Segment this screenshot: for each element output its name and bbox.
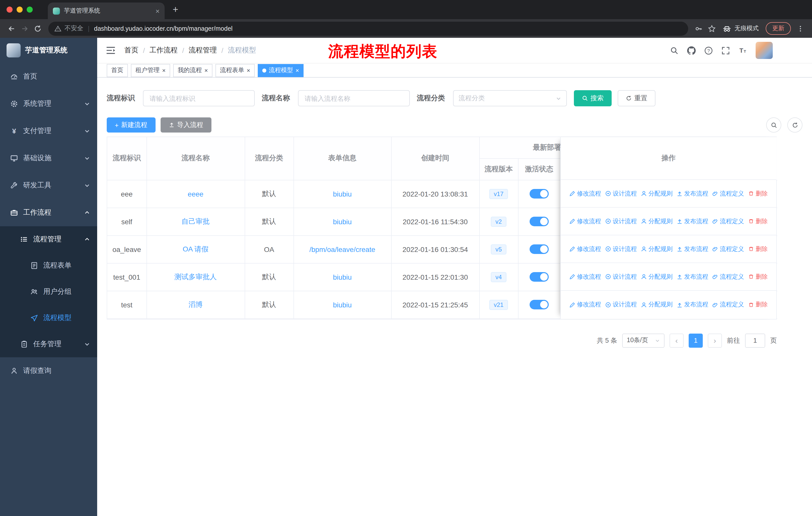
tag-home[interactable]: 首页 (107, 64, 128, 77)
sidebar-item-user-group[interactable]: 用户分组 (0, 279, 97, 305)
sidebar-item-process-management[interactable]: 流程管理 (0, 226, 97, 252)
process-definition-button[interactable]: 流程定义 (712, 217, 744, 225)
browser-tab[interactable]: 芋道管理系统 × (48, 2, 165, 19)
sidebar-item-infrastructure[interactable]: 基础设施 (0, 145, 97, 172)
breadcrumb-workflow[interactable]: 工作流程 (149, 46, 178, 55)
url-bar[interactable]: 不安全 | dashboard.yudao.iocoder.cn/bpm/man… (48, 21, 688, 35)
sidebar-item-devtools[interactable]: 研发工具 (0, 172, 97, 199)
tag-close-icon[interactable]: × (295, 67, 299, 73)
create-process-button[interactable]: + 新建流程 (107, 117, 155, 133)
modify-process-button[interactable]: 修改流程 (569, 217, 601, 225)
fullscreen-icon[interactable] (721, 46, 730, 55)
active-toggle[interactable] (529, 272, 549, 282)
process-name-input[interactable] (298, 90, 410, 106)
tag-process-model[interactable]: 流程模型 × (258, 64, 303, 77)
modify-process-button[interactable]: 修改流程 (569, 300, 601, 309)
sidebar-item-leave-query[interactable]: 请假查询 (0, 357, 97, 384)
process-definition-button[interactable]: 流程定义 (712, 300, 744, 309)
breadcrumb-home[interactable]: 首页 (124, 46, 139, 55)
tag-tenant-management[interactable]: 租户管理 × (131, 64, 170, 77)
form-info-link[interactable]: biubiu (333, 190, 352, 198)
tag-process-form[interactable]: 流程表单 × (215, 64, 255, 77)
process-definition-button[interactable]: 流程定义 (712, 245, 744, 253)
assign-rule-button[interactable]: 分配规则 (641, 217, 672, 225)
design-process-button[interactable]: 设计流程 (605, 245, 637, 253)
tag-close-icon[interactable]: × (162, 67, 166, 73)
delete-process-button[interactable]: 删除 (748, 300, 768, 309)
publish-process-button[interactable]: 发布流程 (676, 300, 708, 309)
search-icon[interactable] (670, 46, 678, 55)
import-process-button[interactable]: 导入流程 (160, 117, 211, 133)
url-text[interactable]: dashboard.yudao.iocoder.cn/bpm/manager/m… (94, 25, 233, 32)
process-name-link[interactable]: OA 请假 (183, 245, 209, 253)
delete-process-button[interactable]: 删除 (748, 189, 768, 198)
form-info-link[interactable]: biubiu (333, 273, 352, 281)
password-key-button[interactable] (692, 22, 705, 35)
active-toggle[interactable] (529, 300, 549, 309)
publish-process-button[interactable]: 发布流程 (676, 272, 708, 281)
tab-close-icon[interactable]: × (155, 7, 160, 15)
form-info-link[interactable]: biubiu (333, 217, 352, 225)
form-info-link[interactable]: biubiu (333, 301, 352, 309)
sidebar-toggle-icon[interactable] (105, 45, 116, 56)
tag-close-icon[interactable]: × (204, 67, 208, 73)
breadcrumb-process-management[interactable]: 流程管理 (189, 46, 217, 55)
sidebar-item-payment[interactable]: ¥ 支付管理 (0, 117, 97, 145)
current-page-button[interactable]: 1 (689, 333, 703, 348)
process-name-link[interactable]: 测试多审批人 (174, 272, 217, 280)
active-toggle[interactable] (529, 217, 549, 226)
forward-button[interactable] (18, 22, 31, 35)
sidebar-item-process-model[interactable]: 流程模型 (0, 305, 97, 331)
reset-button[interactable]: 重置 (618, 90, 656, 106)
sidebar-item-workflow[interactable]: 工作流程 (0, 199, 97, 226)
design-process-button[interactable]: 设计流程 (605, 217, 637, 225)
goto-page-input[interactable] (745, 333, 765, 348)
page-size-select[interactable]: 10条/页 (622, 333, 665, 348)
design-process-button[interactable]: 设计流程 (605, 189, 637, 198)
back-button[interactable] (5, 22, 18, 35)
design-process-button[interactable]: 设计流程 (605, 272, 637, 281)
assign-rule-button[interactable]: 分配规则 (641, 272, 672, 281)
toggle-search-button[interactable] (766, 117, 781, 133)
process-definition-button[interactable]: 流程定义 (712, 189, 744, 198)
sidebar-item-home[interactable]: 首页 (0, 63, 97, 90)
process-category-select[interactable]: 流程分类 (453, 90, 567, 106)
delete-process-button[interactable]: 删除 (748, 245, 768, 253)
user-avatar[interactable] (756, 42, 773, 59)
sidebar-item-task-management[interactable]: 任务管理 (0, 331, 97, 357)
browser-menu-button[interactable] (794, 22, 807, 35)
publish-process-button[interactable]: 发布流程 (676, 189, 708, 198)
active-toggle[interactable] (529, 189, 549, 198)
modify-process-button[interactable]: 修改流程 (569, 245, 601, 253)
security-label[interactable]: 不安全 (64, 24, 83, 33)
process-name-link[interactable]: eeee (188, 190, 203, 198)
close-window-button[interactable] (6, 6, 12, 12)
form-info-link[interactable]: /bpm/oa/leave/create (309, 245, 375, 253)
publish-process-button[interactable]: 发布流程 (676, 245, 708, 253)
process-id-input[interactable] (143, 90, 255, 106)
next-page-button[interactable]: › (708, 333, 722, 348)
delete-process-button[interactable]: 删除 (748, 217, 768, 225)
design-process-button[interactable]: 设计流程 (605, 300, 637, 309)
refresh-table-button[interactable] (787, 117, 803, 133)
sidebar-item-process-form[interactable]: 流程表单 (0, 252, 97, 279)
reload-button[interactable] (31, 22, 44, 35)
prev-page-button[interactable]: ‹ (670, 333, 684, 348)
tag-close-icon[interactable]: × (247, 67, 250, 73)
font-size-icon[interactable]: TT (738, 46, 747, 55)
assign-rule-button[interactable]: 分配规则 (641, 300, 672, 309)
assign-rule-button[interactable]: 分配规则 (641, 245, 672, 253)
update-chrome-button[interactable]: 更新 (766, 22, 791, 35)
modify-process-button[interactable]: 修改流程 (569, 189, 601, 198)
zoom-window-button[interactable] (27, 6, 33, 12)
process-name-link[interactable]: 自己审批 (181, 217, 210, 225)
process-definition-button[interactable]: 流程定义 (712, 272, 744, 281)
delete-process-button[interactable]: 删除 (748, 272, 768, 281)
assign-rule-button[interactable]: 分配规则 (641, 189, 672, 198)
process-name-link[interactable]: 滔博 (188, 300, 203, 308)
active-toggle[interactable] (529, 244, 549, 254)
minimize-window-button[interactable] (17, 6, 23, 12)
tag-my-process[interactable]: 我的流程 × (173, 64, 212, 77)
search-button[interactable]: 搜索 (574, 90, 612, 106)
modify-process-button[interactable]: 修改流程 (569, 272, 601, 281)
